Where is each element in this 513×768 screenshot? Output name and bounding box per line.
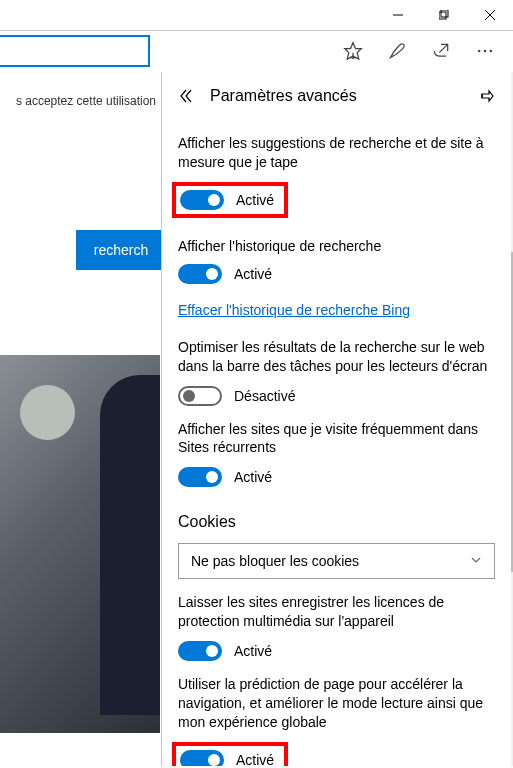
highlight-box-2: Activé	[172, 742, 288, 766]
clear-bing-history-link[interactable]: Effacer l'historique de recherche Bing	[178, 302, 410, 318]
close-button[interactable]	[467, 0, 513, 30]
highlight-box-1: Activé	[172, 182, 288, 218]
toggle-optimize-state: Désactivé	[234, 388, 295, 404]
setting-prediction-label: Utiliser la prédiction de page pour accé…	[178, 675, 495, 732]
toggle-history[interactable]	[178, 264, 222, 284]
svg-point-8	[478, 50, 481, 53]
toggle-optimize[interactable]	[178, 386, 222, 406]
chevron-down-icon	[470, 554, 482, 569]
setting-media-label: Laisser les sites enregistrer les licenc…	[178, 593, 495, 631]
svg-point-9	[484, 50, 487, 53]
toggle-media[interactable]	[178, 641, 222, 661]
svg-rect-1	[439, 12, 446, 19]
pin-button[interactable]	[477, 88, 497, 104]
background-page: s acceptez cette utilisation recherch r …	[0, 70, 160, 768]
setting-optimize-label: Optimiser les résultats de la recherche …	[178, 338, 495, 376]
more-icon[interactable]	[465, 31, 505, 71]
panel-title: Paramètres avancés	[210, 87, 463, 105]
article-image	[0, 355, 160, 733]
toggle-frequent[interactable]	[178, 467, 222, 487]
panel-body: Afficher les suggestions de recherche et…	[162, 120, 511, 766]
cookies-select-value: Ne pas bloquer les cookies	[191, 553, 359, 569]
favorites-icon[interactable]	[333, 31, 373, 71]
cookies-section-title: Cookies	[178, 513, 495, 531]
cookies-select[interactable]: Ne pas bloquer les cookies	[178, 543, 495, 579]
svg-rect-2	[441, 10, 448, 17]
setting-history-label: Afficher l'historique de recherche	[178, 238, 495, 254]
svg-point-10	[490, 50, 493, 53]
settings-panel: Paramètres avancés Afficher les suggesti…	[161, 72, 511, 766]
address-bar[interactable]	[0, 35, 150, 67]
share-icon[interactable]	[421, 31, 461, 71]
toggle-media-state: Activé	[234, 643, 272, 659]
toggle-history-state: Activé	[234, 266, 272, 282]
setting-frequent-label: Afficher les sites que je visite fréquem…	[178, 420, 495, 458]
toggle-frequent-state: Activé	[234, 469, 272, 485]
toggle-suggestions-state: Activé	[236, 192, 274, 208]
toggle-suggestions[interactable]	[180, 190, 224, 210]
toggle-prediction[interactable]	[180, 750, 224, 766]
notes-icon[interactable]	[377, 31, 417, 71]
toggle-prediction-state: Activé	[236, 752, 274, 766]
setting-suggestions-label: Afficher les suggestions de recherche et…	[178, 134, 495, 172]
panel-header: Paramètres avancés	[162, 72, 511, 120]
maximize-button[interactable]	[421, 0, 467, 30]
window-titlebar	[0, 0, 513, 30]
back-button[interactable]	[176, 88, 196, 104]
search-button[interactable]: recherch	[76, 230, 166, 270]
minimize-button[interactable]	[375, 0, 421, 30]
browser-toolbar	[325, 31, 513, 71]
toolbar-area	[0, 30, 513, 70]
cookie-banner-text: s acceptez cette utilisation	[0, 70, 160, 112]
